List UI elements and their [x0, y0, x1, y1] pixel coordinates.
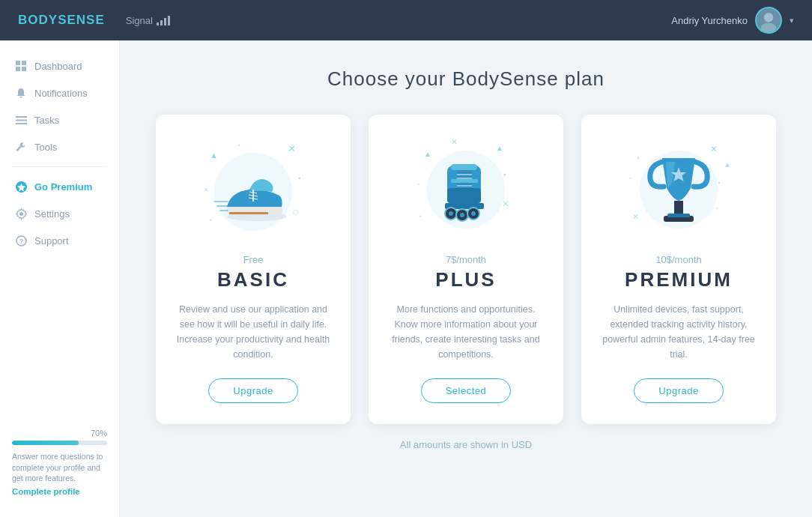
sidebar-item-support[interactable]: ? Support	[0, 227, 119, 254]
premium-star-icon	[15, 181, 27, 193]
plan-desc-premium: Unlimited devices, fast support, extende…	[599, 302, 758, 362]
upgrade-button-premium[interactable]: Upgrade	[634, 378, 723, 403]
profile-completion-text: Answer more questions to complete your p…	[12, 451, 107, 484]
svg-text:▪: ▪	[210, 217, 212, 223]
signal-bars-icon	[157, 15, 170, 25]
progress-label: 70%	[12, 429, 107, 438]
sidebar-item-label: Notifications	[34, 88, 88, 99]
svg-rect-40	[451, 164, 477, 170]
plan-desc-basic: Review and use our application and see h…	[174, 302, 333, 362]
user-name: Andriy Yurchenko	[671, 15, 748, 26]
svg-point-52	[471, 211, 476, 216]
svg-point-11	[19, 212, 23, 216]
svg-text:✕: ✕	[632, 212, 639, 221]
avatar	[755, 7, 782, 34]
complete-profile-link[interactable]: Complete profile	[12, 487, 107, 496]
svg-text:✕: ✕	[288, 143, 296, 154]
tools-icon	[15, 141, 27, 153]
main-content: Choose your BodySense plan ▲ ✕ ▪ ✕ ▪	[120, 40, 812, 517]
svg-rect-4	[16, 67, 20, 71]
plan-price-label-plus: 7$/month	[446, 254, 486, 265]
svg-text:▲: ▲	[210, 151, 218, 160]
svg-rect-53	[451, 179, 478, 183]
top-navbar: BODYSENSE Signal Andriy Yurchenko ▾	[0, 0, 812, 40]
plan-desc-plus: More functions and opportunities. Know m…	[387, 302, 545, 362]
sidebar-item-label: Tools	[34, 142, 57, 153]
sidebar-item-label: Go Premium	[34, 181, 92, 193]
progress-bar	[12, 441, 107, 445]
sidebar-item-dashboard[interactable]: Dashboard	[0, 52, 119, 79]
svg-text:▪: ▪	[637, 154, 640, 161]
svg-text:✕: ✕	[451, 137, 458, 146]
svg-rect-3	[22, 61, 26, 65]
settings-icon	[15, 208, 27, 220]
svg-text:◦: ◦	[716, 205, 718, 212]
support-icon: ?	[15, 235, 27, 247]
svg-text:✕: ✕	[502, 199, 509, 209]
page-title: Choose your BodySense plan	[327, 67, 605, 91]
sidebar-item-label: Dashboard	[34, 61, 82, 72]
chevron-down-icon: ▾	[790, 16, 794, 25]
notifications-icon	[15, 87, 27, 99]
sidebar-item-tasks[interactable]: Tasks	[0, 106, 119, 133]
svg-point-0	[764, 13, 773, 22]
svg-text:▪: ▪	[503, 171, 506, 178]
svg-text:◦: ◦	[629, 175, 631, 182]
svg-text:▪: ▪	[419, 213, 422, 220]
sidebar-item-label: Tasks	[34, 115, 59, 126]
upgrade-button-basic[interactable]: Upgrade	[208, 378, 297, 403]
svg-text:✕: ✕	[710, 144, 718, 154]
svg-text:▪: ▪	[298, 175, 300, 182]
signal-label: Signal	[126, 15, 153, 26]
sidebar-item-tools[interactable]: Tools	[0, 133, 119, 160]
svg-rect-2	[16, 61, 20, 65]
svg-text:▲: ▲	[496, 144, 503, 152]
logo-body: BODY	[18, 13, 58, 27]
plan-card-basic: ▲ ✕ ▪ ✕ ▪ ⬡ ▪	[156, 115, 351, 424]
sidebar-item-label: Support	[34, 235, 69, 247]
dashboard-icon	[15, 60, 27, 72]
plan-card-plus: ▲ ▲ ▪ ◦ ✕ ▪ ✕	[369, 115, 563, 424]
svg-point-48	[449, 211, 453, 216]
logo-sense: SENSE	[58, 13, 105, 27]
plan-illustration-plus: ▲ ▲ ▪ ◦ ✕ ▪ ✕	[406, 136, 526, 241]
app-logo: BODYSENSE	[18, 13, 105, 28]
sidebar-item-notifications[interactable]: Notifications	[0, 79, 119, 106]
sidebar-item-go-premium[interactable]: Go Premium	[0, 173, 119, 200]
svg-text:◦: ◦	[417, 181, 419, 188]
profile-progress-section: 70% Answer more questions to complete yo…	[0, 420, 119, 505]
svg-text:▪: ▪	[238, 142, 240, 148]
svg-text:✕: ✕	[204, 187, 209, 193]
svg-rect-64	[667, 214, 690, 217]
sidebar-item-label: Settings	[34, 208, 70, 220]
svg-text:⬡: ⬡	[293, 208, 299, 216]
progress-bar-fill	[12, 441, 79, 445]
plan-name-basic: BASIC	[217, 268, 289, 291]
sidebar-item-settings[interactable]: Settings	[0, 200, 119, 227]
plans-grid: ▲ ✕ ▪ ✕ ▪ ⬡ ▪	[156, 115, 776, 424]
svg-rect-5	[22, 67, 26, 71]
signal-indicator: Signal	[126, 15, 170, 26]
sidebar-divider	[12, 166, 107, 167]
svg-text:▲: ▲	[724, 160, 731, 169]
plan-card-premium: ▪ ✕ ◦ ▪ ◦ ✕ ▲	[581, 115, 776, 424]
plan-price-label-basic: Free	[243, 254, 264, 265]
usd-note: All amounts are shown in USD	[400, 439, 532, 450]
main-layout: Dashboard Notifications Tasks	[0, 40, 812, 517]
svg-point-1	[760, 23, 776, 34]
svg-text:▪: ▪	[718, 179, 721, 186]
svg-point-50	[460, 213, 464, 217]
plan-price-label-premium: 10$/month	[655, 254, 701, 265]
sidebar: Dashboard Notifications Tasks	[0, 40, 120, 517]
plan-illustration-basic: ▲ ✕ ▪ ✕ ▪ ⬡ ▪	[193, 136, 313, 241]
plan-illustration-premium: ▪ ✕ ◦ ▪ ◦ ✕ ▲	[619, 136, 739, 241]
selected-button-plus[interactable]: Selected	[421, 378, 512, 403]
svg-text:▲: ▲	[424, 150, 431, 158]
tasks-icon	[15, 114, 27, 126]
svg-text:?: ?	[19, 238, 23, 245]
plan-name-premium: PREMIUM	[625, 268, 733, 291]
plan-name-plus: PLUS	[435, 268, 496, 291]
user-menu[interactable]: Andriy Yurchenko ▾	[671, 7, 794, 34]
